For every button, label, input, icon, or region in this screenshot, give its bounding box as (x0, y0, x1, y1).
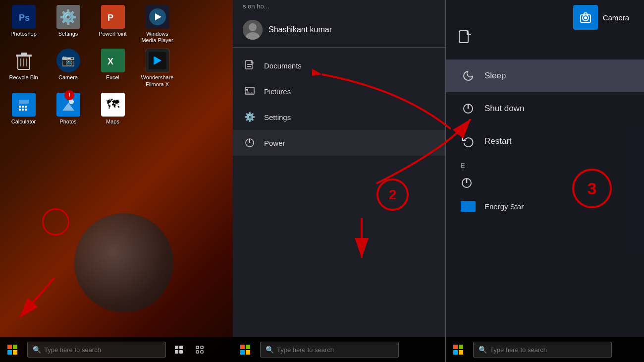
user-avatar (243, 20, 263, 40)
desktop-icon-camera[interactable]: 📷 Camera (50, 49, 87, 87)
start-menu-item-power[interactable]: Power (233, 130, 445, 156)
desktop-icon-photoshop[interactable]: Ps Photoshop (5, 5, 42, 44)
notification-badge: ! (64, 90, 74, 100)
svg-point-31 (249, 23, 257, 31)
annotation-circle-desktop (42, 208, 69, 236)
shutdown-label: Shut down (484, 104, 524, 114)
power-standby-icon-area (446, 173, 644, 195)
desktop-icon-photos[interactable]: ! Photos (50, 93, 87, 125)
pictures-label: Pictures (264, 87, 291, 96)
power-menu-item-restart[interactable]: Restart (446, 125, 644, 158)
taskbar-2: 🔍 (233, 337, 445, 362)
svg-rect-54 (175, 350, 178, 354)
taskbar-apps-icon[interactable] (191, 341, 209, 359)
svg-rect-23 (22, 109, 24, 111)
camera-tile[interactable]: Camera (573, 5, 629, 30)
desktop-icon-label-photoshop: Photoshop (10, 31, 37, 37)
start-menu-item-settings[interactable]: ⚙️ Settings (233, 104, 445, 130)
power-menu-item-sleep[interactable]: Sleep (446, 60, 644, 92)
annotation-arrow-1 (10, 273, 69, 332)
svg-rect-58 (196, 351, 199, 353)
shutdown-icon (461, 101, 476, 116)
desktop-icon-label-powerpoint: PowerPoint (99, 31, 126, 37)
search-bar-1[interactable]: 🔍 (27, 342, 166, 358)
start-menu-item-pictures[interactable]: Pictures (233, 78, 445, 104)
power-section-e: E (446, 158, 644, 173)
svg-rect-19 (19, 106, 21, 108)
svg-rect-24 (25, 109, 27, 111)
svg-text:X: X (107, 57, 113, 66)
desktop-icon-label-recycle: Recycle Bin (9, 74, 38, 81)
documents-icon (243, 59, 257, 72)
svg-rect-56 (196, 346, 199, 349)
start-menu-item-documents[interactable]: Documents (233, 53, 445, 78)
pictures-icon (243, 84, 257, 98)
restart-icon (461, 134, 476, 149)
desktop-icon-label-maps: Maps (106, 119, 119, 125)
search-input-1[interactable] (44, 346, 161, 354)
desktop-icon-wmp[interactable]: Windows Media Player (139, 5, 176, 44)
svg-rect-17 (15, 96, 33, 114)
desktop-icon-recycle[interactable]: Recycle Bin (5, 49, 42, 87)
start-menu-panel: s on ho... Shashikant kumar Documents Pi… (233, 0, 446, 362)
camera-tile-icon (573, 5, 598, 30)
svg-text:P: P (107, 13, 113, 23)
desktop-icons: Ps Photoshop ⚙️ Settings P PowerPoint Wi… (0, 0, 233, 130)
taskbar-1: 🔍 (0, 337, 233, 362)
start-button-1[interactable] (2, 340, 22, 360)
search-icon-1: 🔍 (33, 346, 41, 354)
desktop-icon-label-settings: Settings (58, 31, 78, 37)
power-menu-panel: Camera Sleep Shut down Restart E (446, 0, 644, 362)
desktop-icon-label-wmp: Windows Media Player (139, 31, 176, 44)
start-menu-items: Documents Pictures ⚙️ Settings Power (233, 48, 445, 161)
svg-rect-8 (21, 53, 27, 56)
settings-icon: ⚙️ (243, 110, 257, 124)
taskbar-task-view-icon[interactable] (170, 341, 188, 359)
windows-logo-1 (7, 345, 17, 355)
desktop-icon-label-camera: Camera (58, 74, 78, 81)
start-button-2[interactable] (235, 340, 255, 360)
svg-rect-21 (25, 106, 27, 108)
desktop-icon-maps[interactable]: 🗺 Maps (94, 93, 131, 125)
search-icon-2: 🔍 (266, 346, 274, 354)
annotation-circle-2: 2 (376, 179, 409, 211)
documents-label: Documents (264, 61, 302, 70)
annotation-circle-3-label: 3 (588, 179, 597, 198)
start-menu-user[interactable]: Shashikant kumar (233, 12, 445, 48)
desktop-icon-powerpoint[interactable]: P PowerPoint (94, 5, 131, 44)
svg-rect-18 (19, 100, 29, 104)
svg-rect-53 (179, 346, 183, 349)
search-icon-3: 🔍 (479, 346, 487, 354)
search-input-3[interactable] (490, 346, 606, 354)
svg-marker-37 (245, 91, 254, 94)
desktop-icon-excel[interactable]: X Excel (94, 49, 131, 87)
search-bar-3[interactable]: 🔍 (473, 342, 612, 358)
sleep-label: Sleep (484, 71, 506, 81)
search-input-2[interactable] (277, 346, 393, 354)
desktop-icon-label-calculator: Calculator (11, 119, 36, 125)
svg-rect-57 (201, 346, 203, 349)
energy-icon (461, 201, 476, 212)
svg-rect-22 (19, 109, 21, 111)
settings-label: Settings (264, 113, 291, 121)
svg-point-44 (584, 16, 587, 19)
annotation-circle-3: 3 (572, 169, 612, 208)
search-bar-2[interactable]: 🔍 (260, 342, 399, 358)
svg-point-38 (246, 89, 248, 91)
desktop-icon-filmora[interactable]: Wondershare Filmora X (139, 49, 176, 87)
camera-tile-label: Camera (603, 13, 629, 22)
desktop-icon-calculator[interactable]: Calculator (5, 93, 42, 125)
svg-rect-20 (22, 106, 24, 108)
power-menu-item-shutdown[interactable]: Shut down (446, 92, 644, 125)
annotation-circle-2-label: 2 (389, 187, 397, 203)
restart-label: Restart (484, 136, 512, 146)
power-menu-item-energy[interactable]: Energy Star (446, 195, 644, 218)
sleep-icon (461, 68, 476, 83)
energy-label: Energy Star (484, 202, 524, 211)
desktop-icon-settings[interactable]: ⚙️ Settings (50, 5, 87, 44)
annotation-arrow-power (332, 213, 391, 273)
desktop: Ps Photoshop ⚙️ Settings P PowerPoint Wi… (0, 0, 233, 362)
power-menu-items: Sleep Shut down Restart E Energy Star (446, 0, 644, 218)
start-button-3[interactable] (448, 340, 468, 360)
power-icon (243, 136, 257, 150)
